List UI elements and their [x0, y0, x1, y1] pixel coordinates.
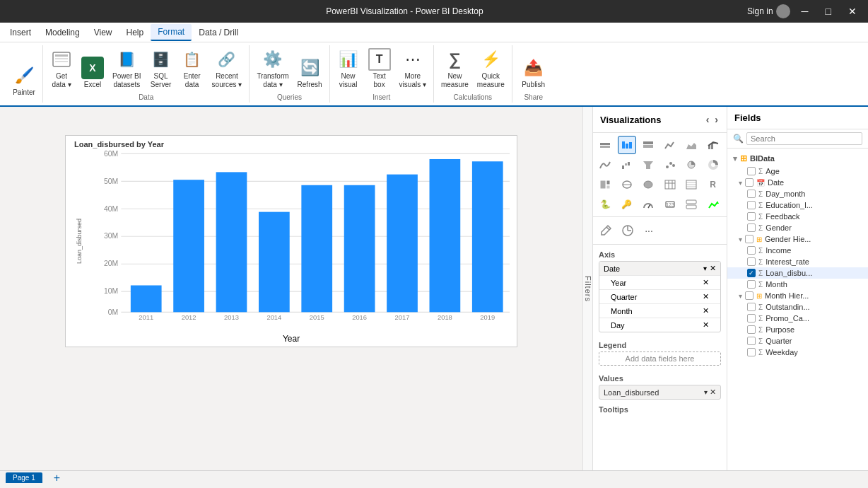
checkbox-month[interactable]: [747, 280, 756, 289]
field-feedback[interactable]: Σ Feedback: [727, 211, 868, 222]
viz-date-month-close[interactable]: ✕: [703, 306, 709, 315]
viz-date-quarter-close[interactable]: ✕: [703, 292, 709, 301]
funnel-icon[interactable]: [639, 156, 657, 174]
checkbox-outstanding[interactable]: [747, 303, 756, 311]
checkbox-age[interactable]: [747, 167, 756, 175]
clustered-bar-icon[interactable]: [618, 136, 636, 154]
waterfall-icon[interactable]: [618, 156, 636, 174]
checkbox-interest-rate[interactable]: [747, 257, 756, 266]
menu-item-modeling[interactable]: Modeling: [38, 25, 87, 40]
more-options-vis-button[interactable]: ···: [640, 221, 658, 240]
donut-chart-icon[interactable]: [704, 156, 722, 174]
checkbox-education[interactable]: [747, 201, 756, 209]
table-icon[interactable]: [661, 175, 679, 194]
power-bi-datasets-button[interactable]: 📘 Power BIdatasets: [110, 47, 144, 91]
sign-in-area[interactable]: Sign in: [747, 4, 790, 18]
combo-chart-icon[interactable]: [704, 136, 722, 154]
sql-server-button[interactable]: 🗄️ SQLServer: [147, 47, 175, 91]
filters-panel[interactable]: Filters: [582, 107, 592, 470]
checkbox-feedback[interactable]: [747, 212, 756, 221]
fields-search-input[interactable]: [746, 132, 862, 145]
maximize-button[interactable]: □: [820, 3, 837, 20]
more-visuals-button[interactable]: ⋯ Morevisuals ▾: [397, 47, 429, 91]
new-visual-button[interactable]: 📊 Newvisual: [334, 47, 363, 91]
add-page-button[interactable]: +: [54, 472, 60, 484]
r-visual-icon[interactable]: R: [704, 175, 722, 194]
checkbox-purpose[interactable]: [747, 325, 756, 334]
field-loan-disbursed[interactable]: ✓ Σ Loan_disbu...: [727, 267, 868, 279]
viz-loan-close[interactable]: ✕: [710, 388, 716, 397]
key-influencer-icon[interactable]: 🔑: [618, 195, 636, 214]
menu-item-data-drill[interactable]: Data / Drill: [192, 25, 245, 40]
checkbox-month-hier[interactable]: [745, 291, 753, 300]
refresh-button[interactable]: 🔄 Refresh: [295, 55, 325, 91]
minimize-button[interactable]: ─: [796, 3, 814, 20]
menu-item-insert[interactable]: Insert: [3, 25, 38, 40]
field-gender-hier[interactable]: ▾ ⊞ Gender Hie...: [727, 233, 868, 245]
analytics-button[interactable]: [618, 221, 637, 240]
map-icon[interactable]: [618, 175, 636, 194]
field-quarter[interactable]: Σ Quarter: [727, 335, 868, 347]
menu-item-format[interactable]: Format: [151, 24, 192, 41]
enter-data-button[interactable]: 📋 Enterdata: [178, 47, 206, 91]
checkbox-promo[interactable]: [747, 314, 756, 323]
checkbox-loan-disbursed[interactable]: ✓: [747, 269, 756, 277]
field-promo[interactable]: Σ Promo_Ca...: [727, 313, 868, 324]
ribbon-chart-icon[interactable]: [596, 156, 614, 174]
recent-sources-button[interactable]: 🔗 Recentsources ▾: [209, 47, 245, 91]
format-visual-button[interactable]: [597, 221, 616, 240]
field-weekday[interactable]: Σ Weekday: [727, 347, 868, 358]
checkbox-gender-hier[interactable]: [745, 235, 753, 243]
publish-button[interactable]: 📤 Publish: [519, 55, 548, 91]
format-painter-button[interactable]: 🖌️ Painter: [10, 63, 38, 98]
checkbox-quarter[interactable]: [747, 337, 756, 345]
close-button[interactable]: ✕: [843, 3, 862, 20]
viz-legend-add-field[interactable]: Add data fields here: [599, 352, 721, 366]
excel-button[interactable]: X Excel: [78, 55, 107, 91]
treemap-icon[interactable]: [596, 175, 614, 194]
matrix-icon[interactable]: [682, 175, 700, 194]
checkbox-weekday[interactable]: [747, 348, 756, 356]
tree-group-bidata-header[interactable]: ▾ ⊞ BIData: [727, 151, 868, 165]
stacked-column-icon[interactable]: [639, 136, 657, 154]
checkbox-date[interactable]: [745, 178, 753, 187]
multi-row-card-icon[interactable]: [682, 195, 700, 214]
field-outstanding[interactable]: Σ Outstandin...: [727, 301, 868, 313]
viz-date-year-close[interactable]: ✕: [703, 278, 709, 287]
field-month[interactable]: Σ Month: [727, 279, 868, 290]
new-measure-button[interactable]: ∑ Newmeasure: [438, 47, 471, 91]
checkbox-income[interactable]: [747, 246, 756, 255]
menu-item-help[interactable]: Help: [119, 25, 151, 40]
field-date[interactable]: ▾ 📅 Date: [727, 177, 868, 188]
stacked-bar-icon[interactable]: [596, 136, 614, 154]
quick-measure-button[interactable]: ⚡ Quickmeasure: [474, 47, 508, 91]
viz-date-close-icon[interactable]: ✕: [710, 264, 716, 273]
viz-date-day-close[interactable]: ✕: [703, 320, 709, 330]
pie-chart-icon[interactable]: [682, 156, 700, 174]
checkbox-gender[interactable]: [747, 223, 756, 232]
field-month-hier[interactable]: ▾ ⊞ Month Hier...: [727, 290, 868, 301]
field-day-month[interactable]: Σ Day_month: [727, 188, 868, 199]
field-purpose[interactable]: Σ Purpose: [727, 324, 868, 335]
menu-item-view[interactable]: View: [87, 25, 119, 40]
python-icon[interactable]: 🐍: [596, 195, 614, 214]
area-chart-icon[interactable]: [682, 136, 700, 154]
viz-nav-right[interactable]: ›: [713, 112, 720, 127]
field-gender[interactable]: Σ Gender: [727, 222, 868, 233]
filled-map-icon[interactable]: [639, 175, 657, 194]
field-income[interactable]: Σ Income: [727, 245, 868, 256]
viz-nav-left[interactable]: ‹: [705, 112, 711, 127]
scatter-icon[interactable]: [661, 156, 679, 174]
kpi-icon[interactable]: [704, 195, 722, 214]
text-box-button[interactable]: T Textbox: [365, 47, 394, 91]
gauge-icon[interactable]: [639, 195, 657, 214]
line-chart-icon[interactable]: [661, 136, 679, 154]
viz-loan-expand[interactable]: ▾: [704, 388, 708, 396]
transform-data-button[interactable]: ⚙️ Transformdata ▾: [254, 47, 291, 91]
field-education[interactable]: Σ Education_l...: [727, 199, 868, 211]
field-interest-rate[interactable]: Σ Interest_rate: [727, 256, 868, 267]
get-data-button[interactable]: Getdata ▾: [47, 47, 76, 91]
page-tab[interactable]: Page 1: [6, 472, 42, 483]
card-icon[interactable]: 123: [661, 195, 679, 214]
checkbox-day-month[interactable]: [747, 190, 756, 198]
